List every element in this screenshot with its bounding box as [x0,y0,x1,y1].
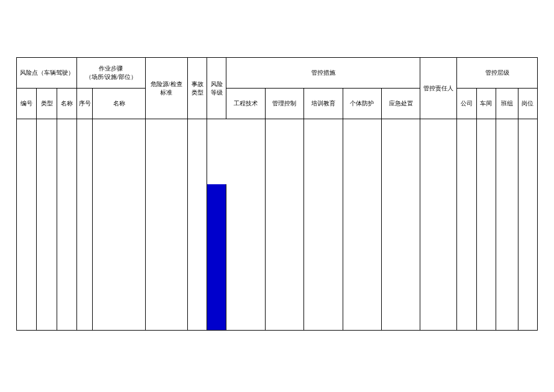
col-control-measure-emergency: 应急处置 [382,89,420,119]
col-hazard-standard: 危险源/检查 标准 [145,58,187,119]
cell-control-measure-emergency [382,119,420,331]
cell-control-level-team [496,119,518,331]
col-control-measure-training: 培训教育 [304,89,343,119]
cell-accident-type [187,119,207,331]
cell-control-measure-management [265,119,303,331]
col-operation-step-name: 名称 [93,89,145,119]
col-risk-point-group: 风险点（车辆驾驶） [17,58,77,89]
col-control-level-workshop: 车间 [476,89,496,119]
col-control-measure-ppe: 个体防护 [343,89,381,119]
col-operation-step-seq: 序号 [77,89,93,119]
risk-control-table: 风险点（车辆驾驶） 作业步骤 （场所/设施/部位） 危险源/检查 标准 事故 类… [16,57,538,331]
col-control-measure-group: 管控措施 [226,58,420,89]
cell-operation-step-name [93,119,145,331]
cell-control-measure-engineering [226,119,265,331]
cell-risk-point-number [17,119,37,331]
col-operation-step-group: 作业步骤 （场所/设施/部位） [77,58,145,89]
col-control-measure-engineering: 工程技术 [226,89,265,119]
col-risk-point-number: 编号 [17,89,37,119]
col-risk-point-type: 类型 [37,89,57,119]
col-risk-point-name: 名称 [57,89,76,119]
col-control-level-post: 岗位 [518,89,537,119]
cell-control-level-company [457,119,476,331]
cell-control-measure-ppe [343,119,381,331]
table-row [17,119,538,331]
cell-control-level-workshop [476,119,496,331]
header-row-1: 风险点（车辆驾驶） 作业步骤 （场所/设施/部位） 危险源/检查 标准 事故 类… [17,58,538,89]
cell-control-responsible [420,119,457,331]
cell-control-measure-training [304,119,343,331]
col-control-measure-management: 管理控制 [265,89,303,119]
col-control-level-team: 班组 [496,89,518,119]
cell-operation-step-seq [77,119,93,331]
col-control-level-company: 公司 [457,89,476,119]
table-header: 风险点（车辆驾驶） 作业步骤 （场所/设施/部位） 危险源/检查 标准 事故 类… [17,58,538,119]
page-container: 风险点（车辆驾驶） 作业步骤 （场所/设施/部位） 危险源/检查 标准 事故 类… [0,0,554,392]
col-risk-level: 风险 等级 [207,58,226,119]
cell-risk-point-type [37,119,57,331]
col-control-responsible: 管控责任人 [420,58,457,119]
cell-risk-point-name [57,119,76,331]
table-body [17,119,538,331]
cell-hazard-standard [145,119,187,331]
col-control-level-group: 管控层级 [457,58,538,89]
cell-control-level-post [518,119,537,331]
col-accident-type: 事故 类型 [187,58,207,119]
header-row-2: 编号 类型 名称 序号 名称 工程技术 管理控制 培训教育 个体防护 应急处置 … [17,89,538,119]
